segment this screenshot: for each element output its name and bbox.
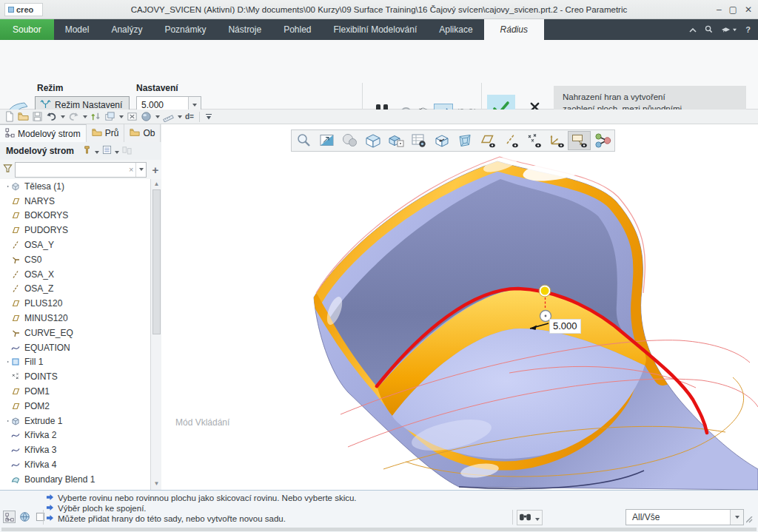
scrollbar-thumb[interactable]: [152, 189, 161, 334]
command-search-icon[interactable]: [705, 25, 713, 35]
tree-item-curve-eq[interactable]: CURVE_EQ: [0, 326, 150, 340]
tree-item-boundary-blend-1[interactable]: Boundary Blend 1: [0, 472, 150, 487]
redo-button-dropdown[interactable]: [81, 115, 88, 119]
scroll-down-icon[interactable]: ▼: [151, 479, 162, 488]
perspective-button[interactable]: [453, 131, 476, 150]
radius-drag-label[interactable]: 5.000: [549, 319, 581, 334]
csys-display-button[interactable]: [545, 131, 568, 150]
tree-filters-dropdown-icon[interactable]: [114, 144, 120, 158]
treenav-icon: [5, 128, 15, 140]
tab-aplikace[interactable]: Aplikace: [428, 19, 483, 40]
tree-item-pudorys[interactable]: PUDORYS: [0, 223, 150, 238]
tree-item-osa-x[interactable]: OSA_X: [0, 267, 150, 282]
saved-orientations-button[interactable]: [384, 131, 407, 150]
display-style-button[interactable]: [361, 131, 384, 150]
close-window-button[interactable]: [126, 110, 138, 124]
refit-button[interactable]: [315, 131, 338, 150]
tree-scrollbar[interactable]: ▲ ▼: [150, 179, 161, 490]
tree-item-osa-y[interactable]: OSA_Y: [0, 238, 150, 252]
tree-item-extrude-1[interactable]: Extrude 1: [0, 414, 150, 428]
undo-button-dropdown[interactable]: [59, 115, 66, 119]
tree-tools-dropdown-icon[interactable]: [94, 144, 100, 158]
expand-arrow-icon[interactable]: [0, 418, 9, 424]
tab-pohled[interactable]: Pohled: [272, 19, 322, 40]
zoom-in-button[interactable]: [292, 131, 315, 150]
tree-item-k-ivka-2[interactable]: Křivka 2: [0, 428, 150, 443]
measure-button[interactable]: [162, 110, 175, 124]
minimize-button[interactable]: –: [717, 4, 722, 15]
parameters-button[interactable]: d=: [184, 110, 195, 124]
graphics-viewport[interactable]: Mód Vkládání 5.000: [161, 124, 758, 490]
tree-tools-icon[interactable]: [82, 144, 92, 158]
point-display-button[interactable]: [522, 131, 545, 150]
undo-button[interactable]: [45, 110, 58, 124]
nav-tab-model-tree[interactable]: Modelový strom: [0, 124, 87, 142]
radius-value[interactable]: 5.000: [137, 100, 188, 110]
tree-item-t-lesa-1[interactable]: Tělesa (1): [0, 179, 150, 194]
tree-search-input[interactable]: [16, 165, 127, 174]
tree-item-bokorys[interactable]: BOKORYS: [0, 209, 150, 223]
view-manager-button[interactable]: [407, 131, 430, 150]
selection-filter-dropdown[interactable]: [730, 510, 743, 525]
tree-item-pom1[interactable]: POM1: [0, 384, 150, 399]
window-list-button[interactable]: [104, 110, 116, 124]
expand-arrow-icon[interactable]: [0, 359, 9, 365]
help-icon[interactable]: ?: [745, 25, 751, 34]
appearance-button-dropdown[interactable]: [154, 115, 161, 119]
minimize-ribbon-icon[interactable]: [689, 25, 697, 34]
tree-item-osa-z[interactable]: OSA_Z: [0, 282, 150, 297]
expand-arrow-icon[interactable]: [0, 183, 9, 189]
resize-grip[interactable]: [746, 514, 754, 527]
find-tool[interactable]: [517, 510, 543, 525]
tab-radius[interactable]: Rádius: [484, 19, 544, 40]
maximize-button[interactable]: ▢: [729, 4, 737, 15]
tab-poznamky[interactable]: Poznámky: [153, 19, 217, 40]
plane-display-button[interactable]: [476, 131, 499, 150]
section-button[interactable]: [430, 131, 453, 150]
open-file-button[interactable]: [17, 110, 30, 124]
tree-item-k-ivka-4[interactable]: Křivka 4: [0, 457, 150, 472]
tree-item-pom2[interactable]: POM2: [0, 399, 150, 414]
spin-center-button[interactable]: [591, 131, 614, 150]
tree-filters-icon[interactable]: [102, 144, 112, 158]
tree-item-points[interactable]: POINTS: [0, 369, 150, 384]
tree-item-narys[interactable]: NARYS: [0, 194, 150, 209]
measure-button-dropdown[interactable]: [176, 115, 183, 119]
redo-button[interactable]: [67, 110, 80, 124]
axis-display-button[interactable]: [499, 131, 522, 150]
window-list-button-dropdown[interactable]: [118, 115, 124, 119]
tree-item-equation[interactable]: EQUATION: [0, 340, 150, 355]
model-tree-toggle-button[interactable]: [3, 511, 16, 523]
shading-style-button[interactable]: [338, 131, 361, 150]
creo-parametric-window: CAJOVY_SVICEN (Aktivní) D:\My documents\…: [0, 0, 758, 532]
save-file-button[interactable]: [31, 110, 44, 124]
browser-toggle-button[interactable]: [19, 511, 31, 523]
tab-model[interactable]: Model: [54, 19, 101, 40]
tab-soubor[interactable]: Soubor: [0, 19, 54, 40]
find-dropdown-icon[interactable]: [531, 511, 540, 525]
tree-item-k-ivka-3[interactable]: Křivka 3: [0, 442, 150, 457]
close-button[interactable]: ✕: [745, 4, 752, 15]
search-dropdown-icon[interactable]: [135, 163, 146, 177]
tab-analyzy[interactable]: Analýzy: [100, 19, 153, 40]
clear-search-icon[interactable]: ×: [127, 165, 135, 174]
nav-tab-folder-browser[interactable]: Prů: [87, 124, 125, 142]
regenerate-button[interactable]: [90, 110, 102, 124]
scroll-up-icon[interactable]: ▲: [151, 179, 162, 189]
learning-connector-icon[interactable]: [721, 27, 737, 33]
nav-tab-favorites[interactable]: Ob: [124, 124, 161, 142]
tab-flexibilni-modelovani[interactable]: Flexibilní Modelování: [323, 19, 429, 40]
tree-item-cs0[interactable]: CS0: [0, 252, 150, 267]
appearance-button[interactable]: [140, 110, 152, 124]
tree-item-fill-1[interactable]: Fill 1: [0, 355, 150, 370]
annotation-display-button[interactable]: [568, 131, 591, 150]
add-filter-button[interactable]: +: [149, 164, 161, 176]
new-file-button[interactable]: [3, 110, 16, 124]
annotation-checkbox[interactable]: [34, 511, 47, 523]
tree-item-minus120[interactable]: MINUS120: [0, 311, 150, 326]
selection-filter-combo[interactable]: All/Vše: [625, 509, 744, 525]
tab-nastroje[interactable]: Nástroje: [217, 19, 272, 40]
customize-toolbar-button[interactable]: [204, 110, 213, 124]
tree-item-plus120[interactable]: PLUS120: [0, 296, 150, 311]
quick-access-toolbar: d=: [0, 110, 758, 124]
